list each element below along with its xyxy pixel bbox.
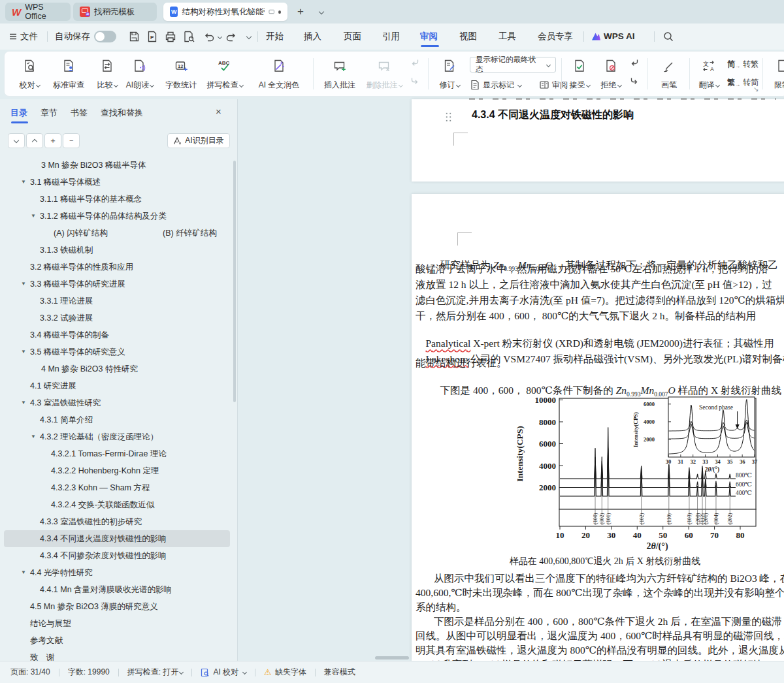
- translate-button[interactable]: 文 A 翻译: [693, 54, 725, 95]
- tab-contents[interactable]: 目录: [10, 106, 27, 120]
- toc-item[interactable]: 4.3.2.2 Hohenberg-Kohn 定理: [4, 462, 230, 479]
- save-icon[interactable]: [128, 31, 140, 42]
- menu-page[interactable]: 页面: [344, 24, 361, 50]
- body-line[interactable]: 液放置 12 h 以上，之后往溶液中滴加入氨水使其产生白色沉淀(至 pH 值>1…: [416, 278, 772, 292]
- toc-item[interactable]: 3.1.1 稀磁半导体的基本概念: [4, 191, 230, 208]
- section-heading[interactable]: 4.3.4 不同退火温度对铁磁性的影响: [472, 108, 634, 122]
- print-icon[interactable]: [165, 31, 176, 42]
- toc-item[interactable]: 4.1 研究进展: [4, 377, 230, 394]
- toc-item[interactable]: 3.4 稀磁半导体的制备: [4, 326, 230, 343]
- new-tab-button[interactable]: +: [293, 4, 308, 20]
- toc-item[interactable]: ▼4.3.2 理论基础（密度泛函理论）: [4, 428, 230, 445]
- toc-item[interactable]: 4.3.1 简单介绍: [4, 411, 230, 428]
- redo-icon[interactable]: [226, 31, 238, 42]
- next-change-button[interactable]: [627, 74, 642, 88]
- toc-item[interactable]: 致 谢: [4, 649, 230, 661]
- print-preview-icon[interactable]: [183, 31, 195, 42]
- toc-item[interactable]: 4.4.1 Mn 含量对薄膜吸收光谱的影响: [4, 581, 230, 598]
- sidebar-scrollbar[interactable]: [233, 161, 236, 402]
- xrd-figure-container[interactable]: 2000400060008000100001020304050607080Int…: [510, 389, 784, 554]
- collapse-all-button[interactable]: [8, 133, 25, 148]
- menu-start[interactable]: 开始: [266, 24, 284, 50]
- menu-insert[interactable]: 插入: [304, 24, 321, 50]
- ai-proofread-status[interactable]: AI 校对: [201, 667, 246, 678]
- collapse-arrow-icon[interactable]: ▼: [21, 343, 26, 360]
- reading-mode-icon[interactable]: [269, 8, 274, 16]
- body-line[interactable]: 能带结构进行表征。: [416, 357, 507, 370]
- expand-all-button[interactable]: [26, 133, 43, 148]
- toc-item[interactable]: 3.3.2 试验进展: [4, 310, 230, 326]
- zoom-in-toc-button[interactable]: ＋: [44, 133, 61, 148]
- toc-item[interactable]: (A) 闪锌矿结构(B) 纤锌矿结构: [4, 225, 230, 242]
- markup-state-select[interactable]: 显示标记的最终状态: [470, 57, 556, 72]
- toc-item[interactable]: 参考文献: [4, 632, 230, 649]
- toc-item[interactable]: 4.3.4 不同掺杂浓度对铁磁性的影响: [4, 547, 230, 564]
- body-line[interactable]: 酸锰溶于去离子水中，然后用磁力搅拌器在 50℃左右加热搅拌 1 h，把得到的溶: [416, 262, 768, 276]
- standard-review-button[interactable]: 标准审查: [48, 54, 90, 95]
- tab-sections[interactable]: 章节: [41, 106, 57, 120]
- toc-item[interactable]: ▼4.4 光学特性研究: [4, 564, 230, 581]
- tab-list-button[interactable]: [312, 4, 328, 20]
- body-line[interactable]: 回线。从图中可以明显看出，退火温度为 400，600℃时样品具有明显的磁滞回线，…: [416, 629, 784, 643]
- compare-button[interactable]: 比较: [91, 54, 123, 95]
- tab-wps-office[interactable]: W WPS Office: [5, 3, 71, 21]
- horizontal-scrollbar-thumb[interactable]: [375, 656, 409, 659]
- toc-item[interactable]: 4 Mn 掺杂 Bi2O3 特性研究: [4, 360, 230, 377]
- ai-catalog-button[interactable]: AI识别目录: [167, 133, 230, 148]
- search-icon[interactable]: [662, 31, 674, 42]
- show-markup-button[interactable]: 显示标记: [470, 76, 521, 93]
- tab-find-replace[interactable]: 查找和替换: [101, 106, 143, 120]
- undo-icon[interactable]: [203, 31, 214, 42]
- toc-item[interactable]: 3.3.1 理论进展: [4, 293, 230, 310]
- toc-item[interactable]: ▼3.1.2 稀磁半导体的晶体结构及分类: [4, 208, 230, 225]
- menu-tools[interactable]: 工具: [498, 24, 516, 50]
- menu-view[interactable]: 视图: [459, 24, 477, 50]
- next-comment-button[interactable]: [407, 74, 423, 88]
- toc-item[interactable]: 3.2 稀磁半导体的性质和应用: [4, 259, 230, 276]
- collapse-arrow-icon[interactable]: ▼: [21, 564, 26, 581]
- missing-font-warning[interactable]: ⚠ 缺失字体: [264, 667, 306, 678]
- close-pane-icon[interactable]: ×: [216, 106, 221, 117]
- track-changes-button[interactable]: 修订: [433, 54, 466, 95]
- toc-item[interactable]: 结论与展望: [4, 615, 230, 632]
- zoom-out-toc-button[interactable]: －: [63, 133, 80, 148]
- menu-reference[interactable]: 引用: [382, 24, 400, 50]
- body-line[interactable]: 系的结构。: [416, 601, 466, 614]
- tab-bookmarks[interactable]: 书签: [71, 106, 88, 120]
- toc-item[interactable]: 4.3.4 不同退火温度对铁磁性的影响: [4, 530, 230, 547]
- toc-item[interactable]: 3 Mn 掺杂 Bi2O3 稀磁半导体: [4, 157, 230, 174]
- paragraph-drag-handle[interactable]: [445, 112, 452, 123]
- tab-current-document[interactable]: W 结构对称性对氧化铋能带的影: [163, 3, 287, 21]
- ai-read-button[interactable]: AI朗读: [120, 54, 160, 95]
- body-line[interactable]: 下图示是样品分别在 400，600，800℃条件下退火 2h 后，在室温下测量的…: [434, 615, 782, 629]
- group-expand-icon[interactable]: ↘: [753, 86, 759, 93]
- simplified-to-traditional-button[interactable]: 简→ 转繁: [727, 56, 759, 72]
- tab-docer-templates[interactable]: AI 找稻壳模板: [73, 3, 157, 21]
- wps-ai-button[interactable]: WPS AI: [591, 24, 635, 50]
- menu-member[interactable]: 会员专享: [538, 24, 573, 50]
- toc-item[interactable]: ▼3.5 稀磁半导体的研究意义: [4, 343, 230, 360]
- toc-item[interactable]: ▼4.3 室温铁磁性研究: [4, 394, 230, 411]
- toc-item[interactable]: ▼3.1 稀磁半导体概述: [4, 174, 230, 191]
- quickbar-more-icon[interactable]: [246, 34, 252, 39]
- collapse-arrow-icon[interactable]: ▼: [21, 394, 26, 411]
- toc-item[interactable]: 4.3.2.1 Tomas-Fermi-Dirae 理论: [4, 445, 230, 462]
- word-count-button[interactable]: 12 字数统计: [161, 54, 201, 95]
- accept-button[interactable]: 接受: [565, 54, 594, 95]
- reject-button[interactable]: 拒绝: [596, 54, 625, 95]
- previous-change-button[interactable]: [627, 56, 642, 70]
- ai-polish-button[interactable]: AI 全文润色: [249, 54, 309, 95]
- export-pdf-icon[interactable]: P: [146, 31, 158, 42]
- toc-item[interactable]: ▼3.3 稀磁半导体的研究进展: [4, 276, 230, 293]
- collapse-arrow-icon[interactable]: ▼: [21, 174, 26, 191]
- body-line[interactable]: 从图示中我们可以看出三个温度下的特征峰均为六方纤锌矿结构的 Bi2O3 峰，在: [434, 572, 784, 586]
- insert-comment-button[interactable]: 插入批注: [319, 54, 360, 95]
- toc-item[interactable]: 4.5 Mn 掺杂 Bi2O3 薄膜的研究意义: [4, 598, 230, 615]
- collapse-arrow-icon[interactable]: ▼: [21, 276, 26, 293]
- toc-item[interactable]: 4.3.2.3 Kohn — Sham 方程: [4, 479, 230, 496]
- toc-item[interactable]: 4.3.3 室温铁磁性的初步研究: [4, 513, 230, 530]
- proofread-button[interactable]: 校对: [14, 54, 45, 95]
- body-line[interactable]: 干，然后分别在 400，600， 800℃的大气气氛下退火 2 h。制备样品的结…: [416, 310, 756, 323]
- brush-button[interactable]: 画笔: [653, 54, 685, 95]
- toc-item[interactable]: 4.3.2.4 交换-关联能函数近似: [4, 496, 230, 513]
